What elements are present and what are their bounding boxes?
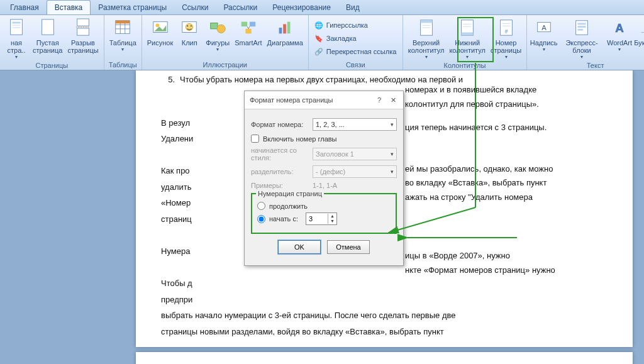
- chevron-down-icon: ▾: [425, 55, 428, 60]
- wordart-button[interactable]: A WordArt ▾: [606, 16, 633, 54]
- globe-link-icon: 🌐: [314, 20, 324, 30]
- chart-label: Диаграмма: [267, 39, 303, 47]
- page-break-icon: [73, 18, 93, 38]
- starts-style-select: Заголовок 1 ▾: [313, 148, 397, 160]
- group-illustrations: Рисунок Клип Фигуры ▾ SmartArt Диаграмма…: [142, 15, 309, 70]
- header-label: Верхнийколонтитул: [408, 39, 445, 54]
- svg-rect-27: [283, 24, 286, 33]
- clip-button[interactable]: Клип: [175, 16, 203, 48]
- group-pages: наястра.. ▾ Пустаястраница Разрывстраниц…: [0, 15, 104, 70]
- group-text: A Надпись ▾ Экспресс-блоки ▾ A WordArt ▾…: [527, 15, 644, 70]
- separator-value: - (дефис): [316, 168, 345, 175]
- cancel-button[interactable]: Отмена: [327, 240, 370, 254]
- page-break-button[interactable]: Разрывстраницы: [65, 16, 101, 55]
- group-headerfooter: Верхнийколонтитул ▾ Нижнийколонтитул ▾ #…: [403, 15, 527, 70]
- svg-point-15: [155, 23, 159, 27]
- chevron-down-icon: ▾: [543, 47, 545, 53]
- spin-down-icon[interactable]: ▼: [328, 219, 336, 224]
- tab-home[interactable]: Главная: [3, 1, 47, 14]
- table-button[interactable]: Таблица ▾: [107, 16, 139, 54]
- radio-start-at[interactable]: [257, 215, 265, 223]
- quickparts-button[interactable]: Экспресс-блоки ▾: [558, 16, 606, 62]
- dropcap-button[interactable]: A Буквица ▾: [633, 16, 644, 54]
- svg-rect-26: [279, 28, 282, 33]
- header-button[interactable]: Верхнийколонтитул ▾: [406, 16, 447, 62]
- cover-page-button[interactable]: наястра.. ▾: [3, 16, 30, 62]
- svg-point-20: [191, 25, 192, 26]
- svg-rect-45: [577, 26, 586, 28]
- chart-button[interactable]: Диаграмма: [265, 16, 306, 48]
- doc-line: «Номер: [161, 198, 191, 207]
- chevron-down-icon: ▾: [121, 47, 124, 53]
- doc-line: удалить: [161, 182, 191, 192]
- starts-style-label: начинается со стиля:: [251, 146, 309, 162]
- bookmark-button[interactable]: 🔖 Закладка: [311, 32, 359, 45]
- hyperlink-button[interactable]: 🌐 Гиперссылка: [311, 19, 370, 31]
- ok-button[interactable]: OK: [278, 240, 321, 254]
- blank-page-icon: [38, 18, 58, 38]
- tab-view[interactable]: Вид: [338, 1, 367, 14]
- ribbon: наястра.. ▾ Пустаястраница Разрывстраниц…: [0, 15, 644, 70]
- textbox-button[interactable]: A Надпись ▾: [530, 16, 558, 54]
- separator-select: - (дефис) ▾: [313, 165, 397, 178]
- svg-rect-21: [211, 23, 218, 29]
- group-illustrations-label: Иллюстрации: [145, 61, 306, 69]
- footer-button[interactable]: Нижнийколонтитул ▾: [447, 16, 488, 62]
- spin-up-icon[interactable]: ▲: [328, 214, 336, 219]
- svg-text:A: A: [541, 24, 547, 31]
- include-chapter-checkbox[interactable]: [251, 135, 259, 143]
- table-label: Таблица: [109, 39, 136, 47]
- doc-line: Нумера: [161, 246, 190, 256]
- svg-rect-2: [12, 25, 20, 26]
- shapes-icon: [208, 18, 228, 38]
- svg-rect-4: [42, 19, 53, 35]
- svg-rect-24: [250, 22, 255, 27]
- number-format-select[interactable]: 1, 2, 3, ... ▾: [313, 118, 397, 131]
- tab-review[interactable]: Рецензирование: [265, 1, 338, 14]
- chevron-down-icon: ▾: [466, 55, 469, 60]
- radio-continue[interactable]: [257, 202, 265, 210]
- svg-rect-30: [420, 20, 432, 23]
- tab-layout[interactable]: Разметка страницы: [91, 1, 174, 14]
- blank-page-button[interactable]: Пустаястраница: [30, 16, 65, 55]
- close-icon[interactable]: ✕: [388, 95, 398, 105]
- page-number-format-dialog: Формат номера страницы ? ✕ Формат номера…: [244, 91, 404, 266]
- examples-label: Примеры:: [251, 182, 309, 189]
- group-links: 🌐 Гиперссылка 🔖 Закладка 🔗 Перекрестная …: [309, 15, 403, 70]
- svg-rect-6: [77, 28, 89, 35]
- picture-button[interactable]: Рисунок: [145, 16, 176, 48]
- shapes-label: Фигуры: [206, 39, 230, 47]
- radio-start-at-label: начать с:: [269, 215, 298, 223]
- tab-references[interactable]: Ссылки: [174, 1, 216, 14]
- doc-line: ицы в «Ворде 2007», нужно: [405, 251, 510, 260]
- start-at-input[interactable]: [306, 215, 328, 223]
- dialog-titlebar[interactable]: Формат номера страницы ? ✕: [245, 91, 403, 109]
- crossref-button[interactable]: 🔗 Перекрестная ссылка: [311, 45, 399, 58]
- doc-line: колонтитул для первой страницы».: [405, 99, 539, 109]
- shapes-button[interactable]: Фигуры ▾: [203, 16, 232, 54]
- start-at-spinner[interactable]: ▲ ▼: [306, 212, 337, 225]
- doc-line: ция теперь начинается с 3 страницы.: [405, 123, 547, 132]
- chevron-down-icon: ▾: [618, 47, 621, 53]
- smartart-button[interactable]: SmartArt: [232, 16, 264, 48]
- svg-rect-46: [577, 29, 582, 31]
- group-text-label: Текст: [530, 62, 644, 70]
- cover-page-label: наястра..: [8, 39, 26, 54]
- number-format-label: Формат номера:: [251, 121, 309, 128]
- include-chapter-label: Включить номер главы: [263, 135, 337, 143]
- smartart-label: SmartArt: [235, 39, 262, 47]
- group-tables: Таблица ▾ Таблицы: [104, 15, 142, 70]
- tab-mailings[interactable]: Рассылки: [216, 1, 265, 14]
- tab-insert[interactable]: Вставка: [47, 0, 91, 14]
- svg-rect-28: [287, 22, 291, 34]
- doc-line: ей мы разобрались, однако, как можно: [405, 164, 553, 174]
- dialog-title: Формат номера страницы: [250, 96, 333, 104]
- quickparts-icon: [572, 18, 592, 38]
- blank-page-label: Пустаястраница: [33, 39, 62, 54]
- wordart-icon: A: [609, 18, 630, 38]
- dialog-help-button[interactable]: ?: [374, 95, 384, 105]
- page-number-button[interactable]: # Номерстраницы ▾: [488, 16, 524, 62]
- picture-icon: [150, 18, 170, 38]
- svg-point-19: [187, 25, 189, 26]
- svg-rect-1: [12, 22, 20, 24]
